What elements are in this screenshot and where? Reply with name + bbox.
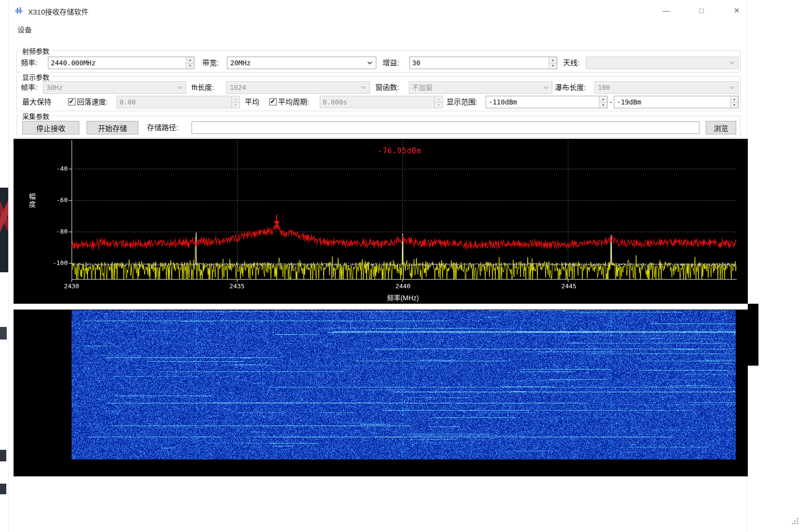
range-min-input[interactable]: [486, 96, 607, 108]
window-func-combobox: 不加窗: [409, 81, 552, 94]
window-func-value: 不加窗: [409, 82, 552, 93]
stop-receive-button[interactable]: 停止接收: [22, 121, 79, 134]
waterfall-length-value: 100: [595, 82, 738, 93]
group-display-label: 显示参数: [20, 72, 51, 82]
storage-path-field[interactable]: [192, 121, 699, 134]
x-tick-label: 2445: [552, 282, 586, 290]
desktop-fragment: [0, 327, 7, 340]
freq-spinner: [186, 57, 194, 69]
spin-down-button[interactable]: [549, 63, 557, 69]
app-window: X310接收存储软件 — □ ✕ 设备 射频参数 频率: 带宽: 20MHz 增…: [8, 0, 747, 532]
marker-readout: -76.95dBm: [378, 147, 421, 155]
window-func-label: 窗函数:: [375, 81, 399, 94]
display-range-label: 显示范围:: [446, 96, 477, 108]
x-tick-label: 2440: [386, 282, 420, 290]
chevron-down-icon: [730, 60, 735, 65]
antenna-combobox: [586, 57, 739, 69]
waterfall-length-combobox: 100: [594, 81, 739, 94]
menu-bar: 设备: [9, 22, 747, 36]
max-hold-label: 最大保持: [22, 96, 51, 108]
screen: X310接收存储软件 — □ ✕ 设备 射频参数 频率: 带宽: 20MHz 增…: [0, 0, 802, 532]
framerate-value: 30Hz: [44, 82, 186, 93]
decay-spinner: [231, 96, 239, 108]
range-max-field[interactable]: [614, 96, 739, 108]
start-storage-button[interactable]: 开始存储: [87, 121, 138, 134]
spin-down-button[interactable]: [186, 63, 194, 69]
marker-arrow-stem: [276, 215, 277, 222]
storage-path-input[interactable]: [192, 122, 699, 133]
maximize-button[interactable]: □: [690, 3, 713, 18]
freq-field[interactable]: [48, 57, 194, 69]
desktop-fragment: [0, 450, 6, 461]
average-checkbox[interactable]: [269, 98, 277, 105]
spectrum-panel: 幅度 -40 -60 -80 -100 2430 2435 2440 2445 …: [14, 139, 748, 304]
desktop-fragment: [0, 188, 8, 272]
spin-down-button[interactable]: [730, 102, 738, 108]
range-min-field[interactable]: [486, 96, 608, 108]
bandwidth-combobox[interactable]: 20MHz: [227, 57, 376, 69]
spin-up-button[interactable]: [730, 96, 738, 102]
decay-field: [117, 96, 240, 108]
marker-arrow-icon: [273, 215, 280, 226]
framerate-label: 帧率:: [21, 81, 37, 94]
gain-spinner: [549, 57, 557, 69]
desktop-fragment: [748, 304, 758, 366]
bandwidth-value: 20MHz: [227, 57, 376, 69]
storage-path-label: 存储路径:: [147, 121, 178, 134]
decay-input: [117, 96, 239, 108]
fft-length-value: 1024: [227, 82, 370, 93]
y-tick-label: -40: [42, 165, 68, 172]
group-capture-label: 采集参数: [20, 111, 51, 121]
x-tick-label: 2430: [55, 282, 89, 290]
range-max-spinner: [730, 96, 738, 108]
spin-up-button: [435, 96, 443, 102]
fft-length-combobox: 1024: [226, 81, 370, 94]
range-max-input[interactable]: [614, 96, 738, 108]
waterfall-panel: [14, 310, 748, 476]
antenna-label: 天线:: [563, 57, 579, 69]
gain-label: 增益:: [383, 57, 399, 69]
range-dash: -: [609, 96, 613, 108]
y-tick-label: -80: [42, 228, 68, 235]
bandwidth-label: 带宽:: [202, 57, 219, 69]
range-min-spinner: [599, 96, 607, 108]
spin-up-button[interactable]: [549, 57, 557, 63]
framerate-combobox: 30Hz: [43, 81, 186, 94]
title-bar: X310接收存储软件 — □ ✕: [9, 0, 747, 22]
resize-grip-icon[interactable]: [792, 518, 799, 525]
spin-down-button[interactable]: [599, 102, 607, 108]
y-tick-label: -100: [42, 259, 68, 266]
marker-arrow-head: [274, 221, 280, 225]
close-button[interactable]: ✕: [726, 3, 748, 18]
x-tick-label: 2435: [220, 282, 254, 290]
gain-input[interactable]: [410, 57, 557, 69]
spectrum-plot[interactable]: [14, 139, 748, 304]
freq-input[interactable]: [48, 57, 194, 69]
spectrum-x-axis-title: 频率(MHz): [355, 293, 451, 302]
spin-down-button: [435, 102, 443, 108]
menu-device[interactable]: 设备: [14, 23, 36, 35]
average-period-field: [320, 96, 443, 108]
app-icon: [15, 6, 24, 15]
spectrum-y-axis-title: 幅度: [27, 193, 37, 208]
average-period-input: [320, 96, 443, 108]
average-period-label: 平均周期:: [278, 96, 309, 108]
window-title: X310接收存储软件: [28, 6, 89, 16]
average-label: 平均: [245, 96, 259, 108]
spin-up-button[interactable]: [186, 57, 194, 63]
average-period-spinner: [434, 96, 443, 108]
freq-label: 频率:: [21, 57, 37, 69]
minimize-button[interactable]: —: [655, 3, 677, 18]
decay-label: 回落速度:: [77, 96, 108, 108]
spin-down-button: [232, 102, 239, 108]
gain-field[interactable]: [409, 57, 557, 69]
y-tick-label: -60: [42, 196, 68, 204]
desktop-fragment: [0, 484, 6, 494]
spin-up-button: [232, 96, 239, 102]
waterfall-length-label: 瀑布长度:: [555, 81, 586, 94]
waterfall-display: [72, 310, 736, 459]
max-hold-checkbox[interactable]: [68, 98, 75, 105]
spin-up-button[interactable]: [599, 96, 607, 102]
fft-length-label: fft长度:: [192, 81, 214, 94]
browse-button[interactable]: 浏览: [706, 121, 736, 134]
